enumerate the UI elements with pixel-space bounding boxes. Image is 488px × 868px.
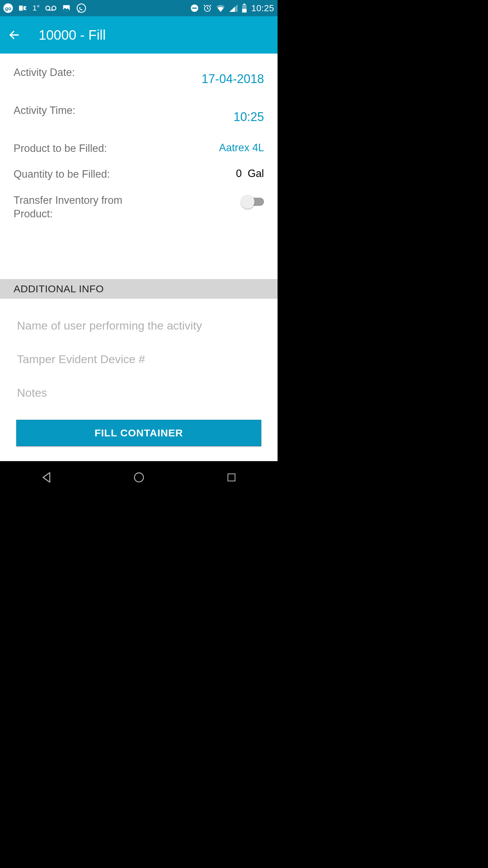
quantity-label: Quantity to be Filled: [14,167,110,181]
alarm-icon [203,4,212,13]
app-bar: 10000 - Fill [0,16,278,54]
user-name-input[interactable] [17,309,261,342]
svg-point-2 [52,6,56,10]
battery-icon [242,4,247,13]
transfer-inventory-toggle[interactable] [243,198,264,206]
quantity-value[interactable]: 0 Gal [236,167,264,180]
status-clock: 10:25 [251,3,274,14]
tamper-device-input[interactable] [17,342,261,376]
nav-home-button[interactable] [119,467,159,488]
notes-input[interactable] [17,376,261,410]
nav-back-button[interactable] [26,467,67,488]
temperature-indicator: 1° [33,4,40,13]
wifi-icon [216,4,225,12]
android-nav-bar [0,461,278,494]
svg-point-13 [134,473,143,482]
svg-point-5 [77,4,86,13]
picture-icon [62,4,71,13]
toggle-knob [241,195,255,209]
quantity-number: 0 [236,167,242,179]
product-value[interactable]: Aatrex 4L [219,142,264,154]
activity-date-value[interactable]: 17-04-2018 [202,72,264,86]
product-label: Product to be Filled: [14,142,107,155]
content-area: Activity Date: 17-04-2018 Activity Time:… [0,54,278,461]
quantity-unit: Gal [248,167,264,179]
dnd-icon [190,4,199,13]
fill-container-button[interactable]: FILL CONTAINER [16,420,261,446]
activity-time-value[interactable]: 10:25 [233,110,264,124]
svg-point-1 [46,6,50,10]
svg-rect-7 [192,7,197,8]
outlook-icon [18,4,27,13]
activity-date-label: Activity Date: [14,66,75,79]
whatsapp-icon [76,3,86,13]
status-bar: go 1° [0,0,278,16]
go-icon: go [3,3,13,13]
transfer-inventory-label: Transfer Inventory from Product: [14,194,156,221]
svg-rect-11 [242,9,247,13]
svg-rect-14 [228,474,235,481]
page-title: 10000 - Fill [39,27,106,43]
svg-rect-0 [19,5,23,11]
back-button[interactable] [7,27,22,42]
activity-time-label: Activity Time: [14,104,76,117]
svg-rect-9 [243,4,246,5]
signal-icon [229,4,238,12]
nav-recent-button[interactable] [211,467,252,488]
voicemail-icon [45,5,57,12]
section-additional-info: ADDITIONAL INFO [0,279,278,299]
